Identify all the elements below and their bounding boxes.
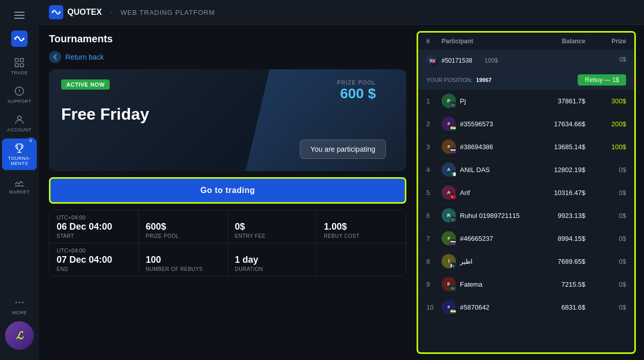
prize-pool-area: PRIZE POOL 600 $ xyxy=(337,79,376,102)
lb-name-7: #46665237 xyxy=(460,235,493,242)
more-icon xyxy=(14,297,25,308)
sidebar-item-support[interactable]: SUPPORT xyxy=(2,81,37,108)
topbar: QUOTEX · WEB TRADING PLATFORM xyxy=(39,0,644,25)
lb-balance-10: 6831.6$ xyxy=(534,303,585,311)
lb-avatar-7: # 🇷🇺 xyxy=(442,231,456,245)
return-back-icon xyxy=(49,51,61,63)
leaderboard-body: 1 P 🇧🇩 Pj 37861.7$ 300$ 2 # 🇮🇳 #35596573… xyxy=(418,90,634,352)
lb-rank-8: 8 xyxy=(426,258,442,265)
user-pos-prize: 0$ xyxy=(620,54,626,67)
user-pos-flag: 🇬🇧 xyxy=(426,54,442,67)
detail-dur-timezone xyxy=(235,247,310,254)
lb-name-3: #38694386 xyxy=(460,143,493,151)
detail-duration: 1 day DURATION xyxy=(228,243,317,276)
lb-avatar-9: F 🇧🇩 xyxy=(442,277,456,291)
detail-end-value: 07 Dec 04:00 xyxy=(57,255,131,265)
detail-num-rebuys: 100 NUMBER OF REBUYS xyxy=(139,243,228,276)
pos-label-text: YOUR POSITION: xyxy=(426,77,472,83)
detail-rebuy-value: 1.00$ xyxy=(324,221,399,232)
lb-balance-8: 7689.65$ xyxy=(534,258,585,265)
prize-pool-label: PRIZE POOL xyxy=(337,79,376,86)
svg-point-12 xyxy=(22,302,23,303)
lb-header-balance: Balance xyxy=(534,38,585,45)
svg-point-11 xyxy=(19,302,20,303)
svg-point-15 xyxy=(59,11,61,13)
lb-rank-9: 9 xyxy=(426,281,442,288)
user-avatar: 🇬🇧 xyxy=(426,54,439,67)
lb-balance-3: 13685.14$ xyxy=(534,143,585,151)
your-position-bar: YOUR POSITION: 19967 Rebuy — 1$ xyxy=(418,71,634,90)
svg-rect-3 xyxy=(15,59,18,62)
lb-prize-6: 0$ xyxy=(585,212,626,219)
tournament-title: Free Friday xyxy=(61,105,394,124)
lb-prize-2: 200$ xyxy=(585,120,626,128)
svg-point-14 xyxy=(51,11,54,13)
lb-prize-9: 0$ xyxy=(585,281,626,288)
leaderboard-panel: # Participant Balance Prize 🇬🇧 #50171538… xyxy=(417,31,636,354)
logo-area xyxy=(11,31,28,47)
rebuy-button[interactable]: Rebuy — 1$ xyxy=(578,74,626,86)
svg-point-10 xyxy=(15,302,17,303)
lb-name-4: ANIL DAS xyxy=(460,166,490,174)
sidebar-account-label: ACCOUNT xyxy=(7,127,32,132)
user-position-row: 🇬🇧 #50171538 100$ 0$ xyxy=(418,50,634,71)
lb-balance-4: 12802.19$ xyxy=(534,166,585,174)
sidebar-item-market[interactable]: MARKET xyxy=(2,172,37,199)
go-trading-button[interactable]: Go to trading xyxy=(49,177,406,204)
user-pos-id: #50171538 xyxy=(442,57,472,64)
support-icon xyxy=(14,86,25,97)
lb-row: 5 A 🇹🇷 Arif 10316.47$ 0$ xyxy=(418,181,634,204)
sidebar-item-trade[interactable]: TRADE xyxy=(2,53,37,79)
quotex-logo-icon xyxy=(11,31,28,47)
lb-prize-7: 0$ xyxy=(585,235,626,242)
bottom-logo[interactable]: ℒ xyxy=(5,321,34,350)
lb-balance-5: 10316.47$ xyxy=(534,189,585,197)
menu-toggle[interactable] xyxy=(10,6,29,24)
topbar-subtitle: WEB TRADING PLATFORM xyxy=(121,9,215,16)
lb-prize-1: 300$ xyxy=(585,97,626,105)
lb-participant-2: # 🇮🇳 #35596573 xyxy=(442,117,534,131)
lb-row: 7 # 🇷🇺 #46665237 8994.15$ 0$ xyxy=(418,227,634,250)
lb-avatar-3: # 🇷🇺 xyxy=(442,140,456,154)
lb-participant-10: # 🇮🇳 #5870642 xyxy=(442,300,534,314)
lb-header-participant: Participant xyxy=(442,38,534,45)
lb-name-5: Arif xyxy=(460,189,470,197)
lb-name-1: Pj xyxy=(460,97,466,105)
lb-name-2: #35596573 xyxy=(460,120,493,128)
user-prize-value: 0$ xyxy=(620,56,626,63)
pos-number: 19967 xyxy=(476,77,492,83)
lb-prize-10: 0$ xyxy=(585,303,626,311)
detail-fee-value: 0$ xyxy=(235,221,310,232)
pos-label: YOUR POSITION: 19967 xyxy=(426,77,492,83)
detail-start: UTC+04:00 06 Dec 04:00 START xyxy=(49,210,139,243)
tournaments-icon xyxy=(14,143,25,154)
sidebar-item-more[interactable]: MORE xyxy=(2,293,37,319)
detail-entry-fee: 0$ ENTRY FEE xyxy=(228,210,317,243)
detail-fee-timezone xyxy=(235,214,310,220)
account-icon xyxy=(14,114,25,125)
sidebar-support-label: SUPPORT xyxy=(8,99,32,104)
sidebar: TRADE SUPPORT ACCOUNT 4 xyxy=(0,0,39,360)
return-back-btn[interactable]: Return back xyxy=(49,51,406,63)
lb-participant-6: R 🇧🇩 Ruhul 01989721115 xyxy=(442,208,534,223)
lb-avatar-5: A 🇹🇷 xyxy=(442,185,456,200)
lb-rank-6: 6 xyxy=(426,212,442,219)
lb-rank-7: 7 xyxy=(426,235,442,242)
lb-prize-3: 100$ xyxy=(585,143,626,151)
lb-participant-9: F 🇧🇩 Fatema xyxy=(442,277,534,291)
detail-start-value: 06 Dec 04:00 xyxy=(57,221,131,232)
lb-participant-7: # 🇷🇺 #46665237 xyxy=(442,231,534,245)
lb-avatar-1: P 🇧🇩 xyxy=(442,94,456,108)
lb-participant-3: # 🇷🇺 #38694386 xyxy=(442,140,534,154)
lb-avatar-4: A 🇩🇿 xyxy=(442,162,456,177)
lb-row: 2 # 🇮🇳 #35596573 17634.66$ 200$ xyxy=(418,113,634,135)
sidebar-market-label: MARKET xyxy=(9,189,30,195)
sidebar-item-tournaments[interactable]: 4 TOURNA-MENTS xyxy=(2,139,37,170)
detail-end-timezone: UTC+04:00 xyxy=(57,247,131,254)
svg-rect-6 xyxy=(20,64,23,67)
tournament-card: ACTIVE NOW Free Friday PRIZE POOL 600 $ … xyxy=(49,69,406,171)
details-row-1: UTC+04:00 06 Dec 04:00 START 600$ PRIZE … xyxy=(49,210,406,243)
detail-start-label: START xyxy=(57,233,131,239)
sidebar-item-account[interactable]: ACCOUNT xyxy=(2,110,37,136)
detail-empty xyxy=(317,243,406,276)
